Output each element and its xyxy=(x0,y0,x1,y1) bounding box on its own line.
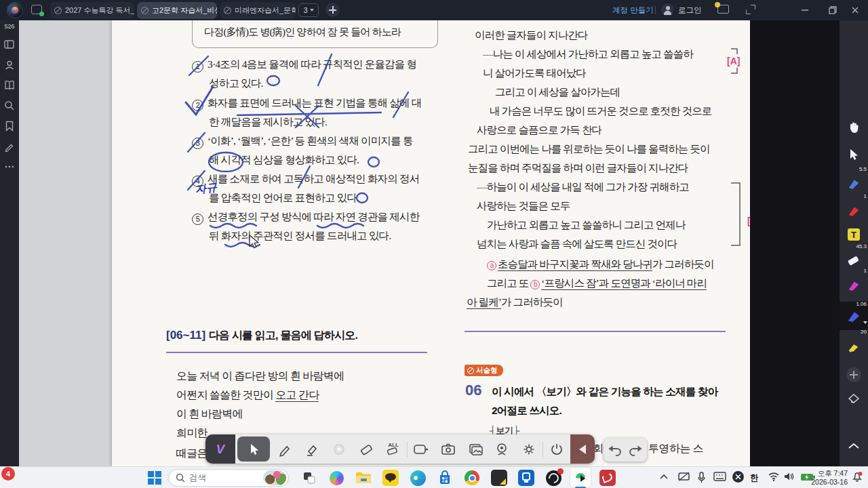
windows-taskbar: 검색 xyxy=(0,466,868,488)
undo-button[interactable] xyxy=(607,443,622,457)
taskbar-search[interactable]: 검색 xyxy=(168,469,289,487)
option-number: 1 xyxy=(192,61,203,73)
ms-store-icon[interactable] xyxy=(437,470,453,486)
signup-link[interactable]: 계정 만들기 xyxy=(612,5,654,16)
rpoem-line: 가난하고 외롭고 높고 쓸쓸하니 그리고 언제나 xyxy=(487,218,685,232)
pen-width-badge: 1 xyxy=(864,193,867,199)
pen-app-active-icon[interactable] xyxy=(570,468,591,487)
essay-badge-icon xyxy=(467,367,474,374)
power-icon[interactable] xyxy=(543,434,570,464)
volume-icon[interactable] xyxy=(784,472,795,484)
tab-2-active[interactable]: 고2문학 자습서_비상(강... xyxy=(137,2,217,19)
rpoem-line-b: 그리고 또 b‘프랑시스 잠’과 도연명과 ‘라이너 마리 xyxy=(487,277,707,291)
pen-blue-selected-tool[interactable]: 1.06 xyxy=(840,304,868,328)
eraser-tool[interactable] xyxy=(353,434,380,464)
pen-width-badge: 5.5 xyxy=(859,166,867,172)
blue-app-icon[interactable] xyxy=(518,470,534,486)
collapse-toolbar-button[interactable] xyxy=(570,434,595,464)
more-icon[interactable] xyxy=(4,161,15,172)
question-text-line2: 2어절로 쓰시오. xyxy=(492,404,561,418)
add-tool-button[interactable] xyxy=(840,363,868,387)
pen-red-tool[interactable]: 1 xyxy=(840,198,868,222)
tab-3[interactable]: 미래엔자습서_문학.pdf xyxy=(220,2,296,19)
option-number: 3 xyxy=(192,138,203,149)
highlighter-yellow-tool[interactable]: 20 xyxy=(840,333,868,358)
close-button[interactable] xyxy=(849,4,861,16)
fullscreen-icon[interactable] xyxy=(746,5,755,14)
maximize-button[interactable] xyxy=(826,4,838,16)
quote-line: 다정(多情)도 병(病)인 양하여 잠 못 들어 하노라 xyxy=(204,26,401,39)
scroll-top-chevron[interactable] xyxy=(840,434,868,458)
kakaotalk-icon[interactable] xyxy=(382,470,399,486)
pen-icon[interactable] xyxy=(4,141,15,152)
reader-icon[interactable] xyxy=(4,80,15,91)
copilot-icon[interactable] xyxy=(328,470,344,486)
erase-all-tool[interactable]: ALL xyxy=(380,434,407,464)
new-tab-button[interactable] xyxy=(326,3,340,17)
highlighter-tool[interactable] xyxy=(299,434,326,464)
pointer-tool[interactable] xyxy=(840,142,868,167)
bookmark-icon[interactable] xyxy=(4,121,15,131)
search-icon[interactable] xyxy=(4,100,15,111)
app-logo-icon[interactable]: V xyxy=(205,434,235,464)
lasso-tool[interactable] xyxy=(840,386,868,411)
divider-line xyxy=(166,352,427,353)
red-app-icon[interactable] xyxy=(599,470,616,486)
windows-logo-icon xyxy=(148,471,161,485)
task-view-button[interactable] xyxy=(301,470,317,486)
notification-bell-icon[interactable] xyxy=(852,471,863,485)
whale-browser-icon[interactable] xyxy=(410,470,426,486)
tab-title: 미래엔자습서_문학.pdf xyxy=(235,5,296,16)
screen-record-icon[interactable] xyxy=(408,434,435,464)
search-icon xyxy=(176,473,185,483)
tray-expand-chevron[interactable] xyxy=(659,472,669,484)
search-placeholder: 검색 xyxy=(189,472,206,484)
profile-icon[interactable] xyxy=(4,60,15,70)
document-page[interactable]: 다정(多情)도 병(病)인 양하여 잠 못 들어 하노라 13·4조의 4음보 … xyxy=(112,20,750,466)
redo-button[interactable] xyxy=(629,443,644,457)
tab-counter[interactable]: 3 xyxy=(298,3,319,17)
wifi-icon[interactable] xyxy=(768,472,780,484)
cast-disabled-icon[interactable] xyxy=(678,472,690,485)
ime-indicator[interactable]: 한 xyxy=(750,472,759,484)
sidebar-toggle-icon[interactable] xyxy=(717,5,729,14)
chrome-icon[interactable] xyxy=(464,470,480,486)
tab-1[interactable]: 2027 수능특강 독서_본... xyxy=(50,2,134,19)
chevron-down-icon xyxy=(310,9,314,12)
pen-tool[interactable] xyxy=(272,434,299,464)
settings-gear-icon[interactable] xyxy=(515,434,542,464)
file-explorer-icon[interactable] xyxy=(355,470,372,486)
minimize-button[interactable] xyxy=(799,4,811,16)
pen-blue-tool[interactable]: 5.5 xyxy=(840,171,868,195)
search-highlight-image[interactable] xyxy=(263,470,286,485)
rpoem-line: 눈질을 하며 주먹질을 하며 이런 글자들이 지나간다 xyxy=(468,161,688,176)
hand-tool[interactable] xyxy=(840,115,868,140)
status-x-icon[interactable] xyxy=(732,471,744,483)
cursor-tool-selected[interactable] xyxy=(237,436,270,462)
obs-studio-icon[interactable] xyxy=(545,470,561,486)
option-number: 5 xyxy=(192,214,203,225)
laser-tool[interactable] xyxy=(326,434,353,464)
poem-line: 어쩐지 쓸쓸한 것만이 오고 간다 xyxy=(176,388,319,403)
dark-app-icon[interactable] xyxy=(491,470,507,486)
microphone-icon[interactable] xyxy=(697,472,706,486)
question-text-line1: 이 시에서 〈보기〉와 같은 기능을 하는 소재를 찾아 xyxy=(492,385,717,399)
gallery-icon[interactable] xyxy=(462,434,489,464)
option-1-line2: 성하고 있다. xyxy=(209,77,263,91)
pen-app-sidebar: 5.5 1 T 45.3 1 1.06 20 xyxy=(840,20,868,466)
person-icon[interactable] xyxy=(661,3,674,16)
tab-group-icon[interactable] xyxy=(31,5,42,14)
start-button[interactable] xyxy=(146,470,163,486)
login-link[interactable]: 로그인 xyxy=(678,5,702,16)
pen-magenta-tool[interactable]: 1 xyxy=(840,272,868,297)
taskbar-clock[interactable]: 오후 7:47 2026-03-16 xyxy=(811,469,848,487)
panel-icon[interactable] xyxy=(4,39,15,50)
tab-count-value: 3 xyxy=(303,6,307,14)
browser-logo-icon[interactable] xyxy=(7,2,23,18)
option-4-line2: 를 압축적인 언어로 표현하고 있다. xyxy=(209,191,359,205)
rpoem-line: 사랑으로 슬픔으로 가득 찬다 xyxy=(477,123,601,138)
screenshot-camera-icon[interactable] xyxy=(435,434,462,464)
touch-keyboard-icon[interactable] xyxy=(713,472,726,484)
webcam-icon[interactable] xyxy=(489,434,516,464)
tab-favicon xyxy=(141,7,149,14)
